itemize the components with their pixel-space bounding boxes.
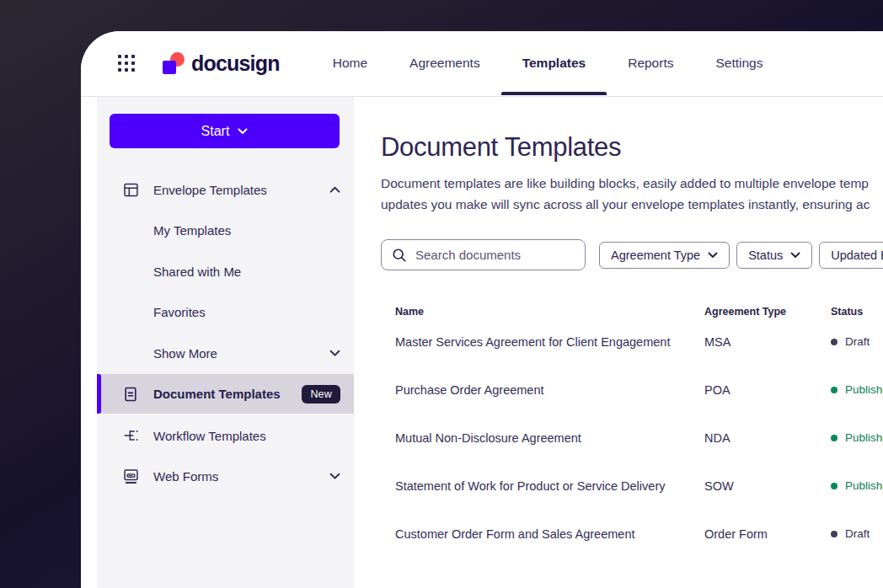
table-header: Name Agreement Type Status xyxy=(381,306,883,318)
cell-name: Master Services Agreement for Client Eng… xyxy=(395,335,704,349)
filter-updated-by[interactable]: Updated By xyxy=(819,242,883,269)
page-description-line1: Document templates are like building blo… xyxy=(381,174,883,195)
column-header-agreement-type: Agreement Type xyxy=(704,306,831,318)
sidebar-item-workflow-templates[interactable]: Workflow Templates xyxy=(97,415,354,456)
nav-templates[interactable]: Templates xyxy=(522,32,586,95)
cell-status: Published xyxy=(831,383,883,396)
main-nav: Home Agreements Templates Reports Settin… xyxy=(333,32,763,95)
cell-status: Draft xyxy=(831,335,883,348)
status-dot-icon xyxy=(831,483,838,489)
web-form-icon xyxy=(122,466,141,486)
status-label: Draft xyxy=(845,335,870,348)
status-label: Draft xyxy=(845,527,870,540)
top-navigation-bar: docusign Home Agreements Templates Repor… xyxy=(81,31,883,97)
sidebar-item-label: Workflow Templates xyxy=(153,429,266,443)
new-badge: New xyxy=(302,385,340,404)
page-description-line2: updates you make will sync across all yo… xyxy=(381,195,883,216)
filter-agreement-type[interactable]: Agreement Type xyxy=(599,242,730,269)
table-row[interactable]: Purchase Order Agreement POA Published xyxy=(381,366,883,414)
chevron-down-icon xyxy=(238,128,248,135)
cell-status: Published xyxy=(831,479,883,492)
column-header-status: Status xyxy=(831,306,883,318)
sidebar-item-label: Show More xyxy=(153,346,217,361)
sidebar-item-label: Web Forms xyxy=(153,469,218,484)
docusign-wordmark: docusign xyxy=(191,51,280,76)
status-dot-icon xyxy=(831,435,838,441)
nav-agreements[interactable]: Agreements xyxy=(409,32,480,95)
chevron-up-icon[interactable] xyxy=(329,186,340,194)
table-row[interactable]: Statement of Work for Product or Service… xyxy=(381,462,883,510)
templates-table: Name Agreement Type Status Master Servic… xyxy=(381,306,883,558)
sidebar-item-envelope-templates[interactable]: Envelope Templates xyxy=(97,169,354,210)
app-window: docusign Home Agreements Templates Repor… xyxy=(81,31,883,588)
table-row[interactable]: Mutual Non-Disclosure Agreement NDA Publ… xyxy=(381,414,883,462)
chevron-down-icon xyxy=(708,252,718,259)
nav-settings[interactable]: Settings xyxy=(715,32,763,95)
sidebar-item-label: Favorites xyxy=(153,305,206,319)
cell-agreement-type: POA xyxy=(704,383,831,397)
sidebar-item-web-forms[interactable]: Web Forms xyxy=(97,456,354,496)
layout-template-icon xyxy=(122,179,141,200)
docusign-logo-icon xyxy=(163,52,185,75)
cell-status: Draft xyxy=(831,527,883,540)
status-label: Published xyxy=(845,479,883,492)
filter-toolbar: Agreement Type Status Updated By xyxy=(381,239,883,270)
nav-home[interactable]: Home xyxy=(333,32,367,95)
sidebar-item-label: Document Templates xyxy=(153,387,281,401)
sidebar-item-favorites[interactable]: Favorites xyxy=(97,291,354,332)
page-description: Document templates are like building blo… xyxy=(381,174,883,215)
table-row[interactable]: Customer Order Form and Sales Agreement … xyxy=(381,510,883,558)
page-title: Document Templates xyxy=(381,132,883,163)
filter-label: Status xyxy=(748,249,783,262)
cell-agreement-type: SOW xyxy=(704,479,831,493)
search-box[interactable] xyxy=(381,239,586,270)
sidebar-item-label: Envelope Templates xyxy=(153,183,267,197)
main-content: Document Templates Document templates ar… xyxy=(354,97,883,588)
sidebar-item-document-templates[interactable]: Document Templates New xyxy=(97,374,354,414)
chevron-down-icon xyxy=(790,252,800,259)
sidebar-item-label: My Templates xyxy=(153,223,231,238)
sidebar-item-shared-with-me[interactable]: Shared with Me xyxy=(97,251,354,291)
column-header-name: Name xyxy=(395,306,704,318)
filter-label: Updated By xyxy=(831,249,883,262)
cell-agreement-type: Order Form xyxy=(704,527,831,541)
status-label: Published xyxy=(845,431,883,444)
sidebar-item-label: Shared with Me xyxy=(153,265,241,279)
cell-name: Purchase Order Agreement xyxy=(395,383,704,397)
filter-status[interactable]: Status xyxy=(736,242,812,269)
search-input[interactable] xyxy=(415,248,575,262)
app-switcher-icon[interactable] xyxy=(118,55,136,72)
docusign-logo[interactable]: docusign xyxy=(163,51,280,76)
sidebar-item-show-more[interactable]: Show More xyxy=(97,333,354,373)
chevron-down-icon xyxy=(329,350,340,357)
table-row[interactable]: Master Services Agreement for Client Eng… xyxy=(381,318,883,366)
status-dot-icon xyxy=(831,531,838,537)
nav-reports[interactable]: Reports xyxy=(628,32,673,95)
document-icon xyxy=(122,384,141,404)
cell-agreement-type: NDA xyxy=(704,431,831,445)
cell-name: Statement of Work for Product or Service… xyxy=(395,479,704,493)
search-icon xyxy=(392,248,407,263)
start-button-label: Start xyxy=(201,124,230,139)
chevron-down-icon xyxy=(329,473,340,480)
status-dot-icon xyxy=(831,339,838,345)
status-label: Published xyxy=(845,383,883,396)
cell-name: Mutual Non-Disclosure Agreement xyxy=(395,431,704,445)
cell-status: Published xyxy=(831,431,883,444)
status-dot-icon xyxy=(831,387,838,393)
start-button[interactable]: Start xyxy=(110,114,340,148)
cell-agreement-type: MSA xyxy=(704,335,831,349)
filter-label: Agreement Type xyxy=(611,249,700,262)
cell-name: Customer Order Form and Sales Agreement xyxy=(395,527,704,541)
workflow-icon xyxy=(122,425,141,446)
sidebar: Start Envelope Templates My Templates Sh… xyxy=(97,97,354,588)
sidebar-item-my-templates[interactable]: My Templates xyxy=(97,210,354,250)
